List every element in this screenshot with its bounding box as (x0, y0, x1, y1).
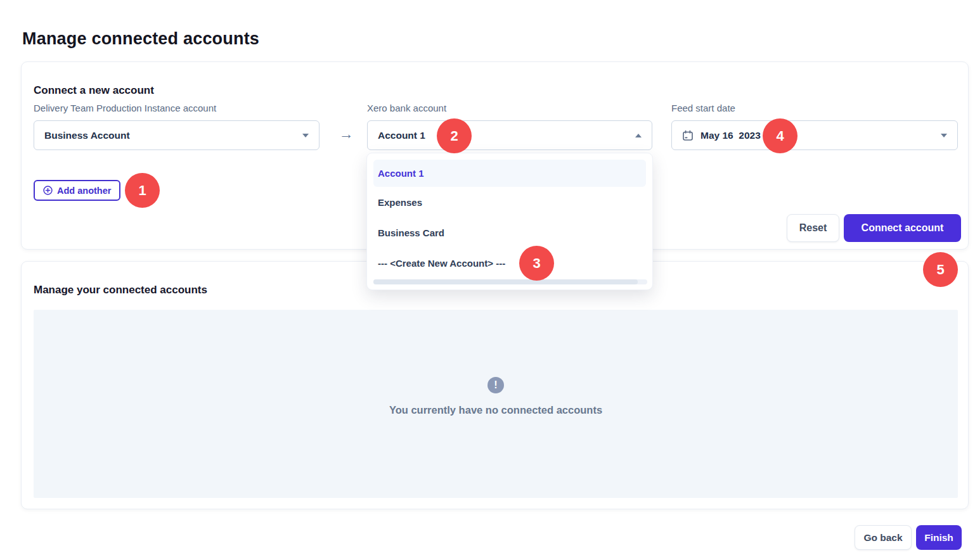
connected-accounts-empty-panel: ! You currently have no connected accoun… (34, 310, 958, 498)
annotation-badge-4: 4 (763, 118, 797, 153)
page: Manage connected accounts Connect a new … (0, 0, 975, 560)
source-account-select[interactable]: Business Account (34, 120, 320, 150)
calendar-icon (682, 130, 694, 141)
annotation-badge-3: 3 (519, 246, 554, 281)
annotation-badge-1: 1 (125, 173, 160, 208)
add-another-button[interactable]: Add another (34, 180, 120, 201)
xero-account-label: Xero bank account (367, 103, 446, 113)
annotation-badge-2: 2 (437, 118, 472, 153)
feed-start-date-select[interactable]: May 16 2023 (671, 120, 958, 150)
feed-start-date-label: Feed start date (671, 103, 735, 113)
chevron-up-icon (635, 134, 642, 137)
dropdown-option-label: Account 1 (378, 168, 424, 179)
reset-button[interactable]: Reset (787, 214, 839, 242)
feed-start-date-value: May 16 2023 (701, 130, 761, 141)
annotation-badge-5: 5 (923, 252, 958, 287)
dropdown-option-label: Business Card (378, 227, 444, 238)
xero-account-select[interactable]: Account 1 (367, 120, 652, 150)
source-account-value: Business Account (44, 130, 130, 141)
dropdown-horizontal-scrollbar (373, 279, 647, 284)
manage-card-heading: Manage your connected accounts (34, 284, 207, 296)
info-icon: ! (487, 377, 504, 393)
add-another-label: Add another (57, 186, 111, 196)
go-back-button[interactable]: Go back (855, 525, 912, 550)
chevron-down-icon (941, 134, 947, 137)
xero-account-value: Account 1 (378, 130, 425, 141)
finish-button[interactable]: Finish (916, 525, 962, 550)
connect-card-heading: Connect a new account (34, 84, 154, 97)
manage-accounts-card: Manage your connected accounts ! You cur… (21, 261, 969, 509)
source-account-label: Delivery Team Production Instance accoun… (34, 103, 216, 113)
dropdown-option-create-new-account[interactable]: --- <Create New Account> --- (373, 248, 646, 278)
xero-account-dropdown: Account 1 Expenses Business Card --- <Cr… (366, 153, 653, 290)
dropdown-option-label: --- <Create New Account> --- (378, 258, 505, 269)
connect-account-button[interactable]: Connect account (844, 214, 961, 242)
dropdown-scrollbar-thumb[interactable] (373, 279, 638, 284)
dropdown-option-label: Expenses (378, 197, 422, 208)
dropdown-option-account-1[interactable]: Account 1 (373, 160, 646, 187)
page-title: Manage connected accounts (22, 29, 259, 49)
chevron-down-icon (302, 134, 309, 137)
dropdown-option-expenses[interactable]: Expenses (373, 187, 646, 217)
circle-plus-icon (43, 186, 53, 195)
empty-state-message: You currently have no connected accounts (34, 404, 958, 416)
arrow-right-icon: → (335, 125, 358, 143)
dropdown-option-business-card[interactable]: Business Card (373, 217, 646, 248)
